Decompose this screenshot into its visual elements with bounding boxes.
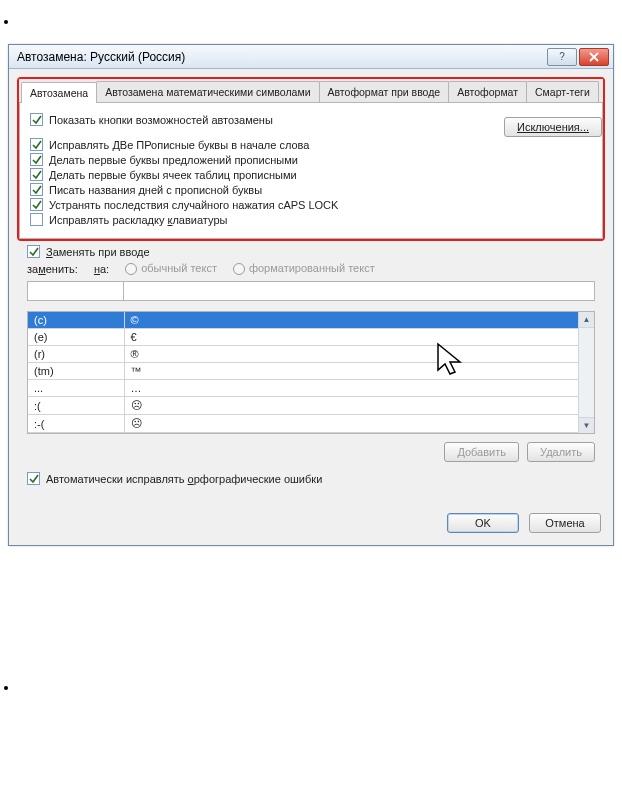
list-row[interactable]: (c)© <box>28 312 594 329</box>
checkbox-replace-on-type[interactable] <box>27 245 40 258</box>
highlighted-region: Автозамена Автозамена математическими си… <box>17 77 605 241</box>
scroll-up-icon[interactable]: ▲ <box>579 312 594 328</box>
checkbox-fix-two-caps[interactable] <box>30 138 43 151</box>
tab-autoformat[interactable]: Автоформат <box>448 81 527 102</box>
checkbox-cap-cells[interactable] <box>30 168 43 181</box>
checkbox-caps-lock[interactable] <box>30 198 43 211</box>
close-button[interactable] <box>579 48 609 66</box>
checkbox-cap-sentences[interactable] <box>30 153 43 166</box>
exceptions-button[interactable]: Исключения... <box>504 117 602 137</box>
tab-autocorrect[interactable]: Автозамена <box>21 82 97 103</box>
label-with: на: <box>94 263 109 275</box>
replace-input[interactable] <box>27 281 123 301</box>
label-keyboard-layout: Исправлять раскладку клавиатуры <box>49 214 227 226</box>
add-button[interactable]: Добавить <box>444 442 519 462</box>
list-row[interactable]: (r)® <box>28 346 594 363</box>
list-row[interactable]: ...… <box>28 380 594 397</box>
list-scrollbar[interactable]: ▲ ▼ <box>578 312 594 433</box>
list-row[interactable]: :-(☹ <box>28 415 594 433</box>
label-cap-days: Писать названия дней с прописной буквы <box>49 184 262 196</box>
label-replace: заменить: <box>27 263 78 275</box>
label-cap-sentences: Делать первые буквы предложений прописны… <box>49 154 298 166</box>
tabstrip: Автозамена Автозамена математическими си… <box>19 79 603 103</box>
label-show-buttons: Показать кнопки возможностей автозамены <box>49 114 273 126</box>
with-input[interactable] <box>123 281 595 301</box>
tab-smart-tags[interactable]: Смарт-теги <box>526 81 599 102</box>
delete-button[interactable]: Удалить <box>527 442 595 462</box>
checkbox-keyboard-layout[interactable] <box>30 213 43 226</box>
window-title: Автозамена: Русский (Россия) <box>17 50 547 64</box>
label-auto-spell: Автоматически исправлять орфографические… <box>46 473 322 485</box>
label-fix-two-caps: Исправлять ДВе ПРописные буквы в начале … <box>49 139 309 151</box>
list-row[interactable]: :(☹ <box>28 397 594 415</box>
list-row[interactable]: (tm)™ <box>28 363 594 380</box>
label-replace-on-type: Заменять при вводе <box>46 246 150 258</box>
replacements-list[interactable]: (c)© (e)€ (r)® (tm)™ ...… :(☹ :-(☹ ▲ ▼ <box>27 311 595 434</box>
list-row[interactable]: (e)€ <box>28 329 594 346</box>
titlebar[interactable]: Автозамена: Русский (Россия) ? <box>9 45 613 69</box>
checkbox-auto-spell[interactable] <box>27 472 40 485</box>
ok-button[interactable]: OK <box>447 513 519 533</box>
radio-plain-text: обычный текст <box>125 262 217 275</box>
label-cap-cells: Делать первые буквы ячеек таблиц прописн… <box>49 169 297 181</box>
radio-formatted-text: форматированный текст <box>233 262 375 275</box>
tab-math-autocorrect[interactable]: Автозамена математическими символами <box>96 81 319 102</box>
help-button[interactable]: ? <box>547 48 577 66</box>
scroll-down-icon[interactable]: ▼ <box>579 417 594 433</box>
autocorrect-dialog: Автозамена: Русский (Россия) ? Автозамен… <box>8 44 614 546</box>
tab-autoformat-typing[interactable]: Автоформат при вводе <box>319 81 450 102</box>
checkbox-cap-days[interactable] <box>30 183 43 196</box>
label-caps-lock: Устранять последствия случайного нажатия… <box>49 199 338 211</box>
checkbox-show-buttons[interactable] <box>30 113 43 126</box>
cancel-button[interactable]: Отмена <box>529 513 601 533</box>
